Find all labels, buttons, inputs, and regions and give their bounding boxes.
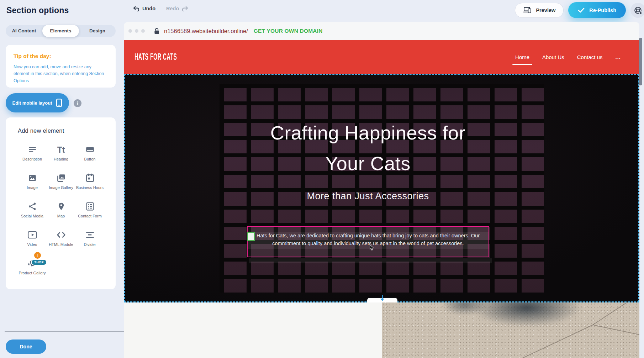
element-label: Heading [54, 157, 68, 162]
edit-mobile-layout-button[interactable]: Edit mobile layout [6, 93, 69, 112]
nav-item-about-us[interactable]: About Us [542, 54, 564, 60]
republish-label: Re-Publish [589, 7, 616, 13]
description-icon [18, 143, 47, 154]
nav-item-home[interactable]: Home [515, 54, 529, 60]
republish-button[interactable]: Re-Publish [568, 2, 626, 18]
next-section-image[interactable] [382, 302, 639, 358]
element-label: Image [27, 185, 38, 190]
site-preview: n1566589.websitebuilder.online/ GET YOUR… [124, 22, 639, 358]
selected-text-element[interactable]: Hats for Cats, we are dedicated to craft… [247, 226, 489, 257]
browser-dots [128, 29, 145, 33]
element-item-map[interactable]: Map [47, 200, 75, 228]
tip-body: Now you can add, move and resize any ele… [14, 64, 108, 84]
sidebar-tabs: AI ContentElementsDesign [6, 25, 116, 37]
redo-button[interactable]: Redo [166, 6, 188, 11]
page-title: Section options [6, 6, 69, 15]
hero-heading[interactable]: Crafting Happiness for Your Cats [250, 117, 485, 179]
element-item-image-gallery[interactable]: Image Gallery [47, 171, 75, 200]
map-icon [47, 200, 75, 211]
globe-icon[interactable] [630, 3, 644, 18]
element-item-html-module[interactable]: HTML Module [47, 228, 75, 257]
hero-section[interactable]: Crafting Happiness for Your Cats More th… [124, 74, 639, 302]
element-label: Social Media [21, 214, 43, 219]
element-item-product-gallery[interactable]: ↑SHOPProduct Gallery [18, 257, 47, 285]
top-actions: Preview Re-Publish [515, 2, 644, 18]
product-gallery-icon: ↑SHOP [18, 257, 47, 268]
element-item-heading[interactable]: TtHeading [47, 143, 75, 171]
lock-icon [154, 28, 159, 35]
check-icon [578, 7, 585, 13]
element-item-image[interactable]: Image [18, 171, 47, 200]
social-media-icon [18, 200, 47, 211]
button-icon [75, 143, 104, 154]
browser-dot [135, 29, 138, 33]
tab-elements[interactable]: Elements [42, 25, 79, 37]
sidebar-divider [5, 331, 124, 332]
element-label: Divider [84, 242, 96, 247]
app-window: Section options AI ContentElementsDesign… [0, 0, 644, 358]
text-element-band [249, 258, 492, 263]
element-label: Image Gallery [49, 185, 73, 190]
add-element-title: Add new element [18, 127, 116, 134]
heading-icon: Tt [47, 143, 75, 154]
mouse-cursor [369, 244, 374, 251]
undo-button[interactable]: Undo [133, 6, 155, 11]
site-url[interactable]: n1566589.websitebuilder.online/ [164, 28, 248, 35]
element-label: Product Gallery [19, 270, 46, 276]
next-section[interactable] [124, 302, 639, 358]
info-icon[interactable]: i [74, 99, 81, 107]
business-hours-icon [75, 171, 104, 183]
undo-label: Undo [142, 6, 155, 11]
browser-dot [128, 29, 132, 33]
redo-label: Redo [166, 6, 179, 11]
tip-heading: Tip of the day: [14, 53, 108, 59]
nav-more-icon[interactable]: ... [615, 54, 621, 60]
element-label: Video [27, 242, 37, 247]
tab-ai-content[interactable]: AI Content [6, 25, 42, 37]
divider-icon [75, 228, 104, 239]
element-item-social-media[interactable]: Social Media [18, 200, 47, 228]
devices-icon [523, 6, 532, 14]
get-domain-link[interactable]: GET YOUR OWN DOMAIN [254, 28, 323, 34]
preview-label: Preview [536, 7, 555, 13]
element-item-video[interactable]: Video [18, 228, 47, 257]
undo-icon [133, 6, 140, 11]
upgrade-arrow-icon: ↑ [34, 252, 41, 259]
paving-seam [593, 325, 639, 336]
section-options-sidebar: Section options AI ContentElementsDesign… [0, 0, 124, 358]
image-icon [18, 171, 47, 183]
contact-form-icon [75, 200, 104, 211]
element-label: Map [57, 214, 65, 219]
paving-seam [522, 325, 593, 358]
browser-dot [141, 29, 145, 33]
element-label: Button [84, 157, 96, 162]
element-label: Business Hours [76, 185, 104, 190]
tab-design[interactable]: Design [79, 25, 116, 37]
video-icon [18, 228, 47, 239]
mobile-phone-icon [56, 99, 62, 107]
element-item-divider[interactable]: Divider [75, 228, 104, 257]
element-item-business-hours[interactable]: Business Hours [75, 171, 104, 200]
history-controls: Undo Redo [133, 6, 188, 11]
nav-item-contact-us[interactable]: Contact us [577, 54, 603, 60]
scrollbar[interactable] [639, 38, 642, 85]
shop-badge: SHOP [31, 259, 47, 265]
site-nav: HomeAbout UsContact us... [515, 40, 621, 74]
hero-subheading[interactable]: More than Just Accessories [250, 191, 485, 202]
preview-button[interactable]: Preview [515, 3, 564, 18]
done-button[interactable]: Done [6, 339, 46, 354]
element-label: HTML Module [49, 242, 73, 247]
hero-paragraph[interactable]: Hats for Cats, we are dedicated to craft… [253, 232, 483, 248]
tip-card: Tip of the day: Now you can add, move an… [6, 45, 116, 88]
element-grid: DescriptionTtHeadingButtonImageImage Gal… [18, 143, 116, 285]
element-label: Description [22, 157, 42, 162]
element-item-button[interactable]: Button [75, 143, 104, 171]
browser-chrome: n1566589.websitebuilder.online/ GET YOUR… [124, 22, 639, 40]
cat-shadow-tail [442, 302, 488, 315]
site-logo[interactable]: HATS FOR CATS [134, 52, 177, 62]
html-module-icon [47, 228, 75, 239]
redo-icon [181, 6, 188, 11]
element-item-description[interactable]: Description [18, 143, 47, 171]
site-header[interactable]: HATS FOR CATS HomeAbout UsContact us... [124, 40, 639, 74]
element-item-contact-form[interactable]: Contact Form [75, 200, 104, 228]
